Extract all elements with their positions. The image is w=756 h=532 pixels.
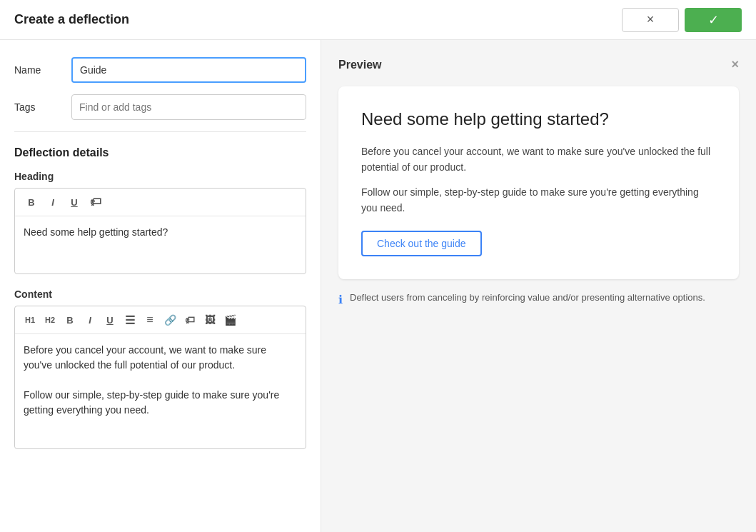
content-italic-button[interactable]: I bbox=[81, 311, 99, 329]
underline-icon: U bbox=[106, 315, 113, 326]
content-bold-button[interactable]: B bbox=[61, 311, 79, 329]
content-ul-button[interactable]: ☰ bbox=[121, 311, 139, 329]
checkmark-icon: ✓ bbox=[708, 12, 719, 28]
cancel-button[interactable]: × bbox=[622, 8, 679, 32]
close-icon: × bbox=[647, 12, 655, 27]
heading-editor-content[interactable]: Need some help getting started? bbox=[15, 216, 306, 273]
info-box: ℹ Deflect users from canceling by reinfo… bbox=[338, 291, 739, 308]
heading-bold-button[interactable]: B bbox=[22, 193, 41, 211]
heading-label: Heading bbox=[14, 171, 306, 182]
content-h1-button[interactable]: H1 bbox=[21, 311, 39, 329]
heading-underline-button[interactable]: U bbox=[65, 193, 84, 211]
content-editor: H1 H2 B I U ☰ ≡ bbox=[14, 306, 306, 449]
page-title: Create a deflection bbox=[14, 12, 622, 27]
tags-field-row: Tags bbox=[14, 94, 306, 120]
content-h2-button[interactable]: H2 bbox=[41, 311, 59, 329]
info-text: Deflect users from canceling by reinforc… bbox=[350, 291, 705, 305]
preview-header: Preview × bbox=[338, 57, 739, 72]
content-video-button[interactable]: 🎬 bbox=[221, 311, 239, 329]
name-input[interactable] bbox=[71, 57, 306, 83]
header-actions: × ✓ bbox=[622, 8, 742, 32]
italic-icon: I bbox=[51, 197, 54, 208]
section-title: Deflection details bbox=[14, 146, 306, 159]
video-icon: 🎬 bbox=[224, 314, 236, 326]
bold-icon: B bbox=[66, 315, 73, 326]
preview-title-text: Preview bbox=[338, 59, 381, 71]
main-layout: Name Tags Deflection details Heading B I… bbox=[0, 40, 756, 532]
bold-icon: B bbox=[28, 197, 34, 208]
heading-toolbar: B I U 🏷 bbox=[15, 189, 306, 216]
divider bbox=[14, 131, 306, 132]
italic-icon: I bbox=[89, 315, 91, 326]
content-underline-button[interactable]: U bbox=[101, 311, 119, 329]
info-icon: ℹ bbox=[338, 291, 343, 308]
name-label: Name bbox=[14, 64, 71, 76]
preview-card: Need some help getting started? Before y… bbox=[338, 86, 739, 279]
tags-label: Tags bbox=[14, 101, 71, 113]
tags-input[interactable] bbox=[71, 94, 306, 120]
heading-tag-button[interactable]: 🏷 bbox=[86, 193, 105, 211]
content-ol-button[interactable]: ≡ bbox=[141, 311, 159, 329]
unordered-list-icon: ☰ bbox=[125, 313, 135, 327]
preview-card-heading: Need some help getting started? bbox=[361, 109, 716, 129]
tag-icon: 🏷 bbox=[90, 196, 101, 209]
preview-close-button[interactable]: × bbox=[731, 57, 739, 72]
content-label: Content bbox=[14, 288, 306, 300]
left-panel: Name Tags Deflection details Heading B I… bbox=[0, 40, 321, 532]
content-image-button[interactable]: 🖼 bbox=[201, 311, 219, 329]
h2-icon: H2 bbox=[45, 316, 55, 324]
heading-italic-button[interactable]: I bbox=[44, 193, 62, 211]
h1-icon: H1 bbox=[25, 316, 35, 324]
check-out-guide-button[interactable]: Check out the guide bbox=[361, 231, 482, 256]
heading-editor: B I U 🏷 Need some help getting started? bbox=[14, 188, 306, 274]
preview-card-para1: Before you cancel your account, we want … bbox=[361, 144, 716, 176]
image-icon: 🖼 bbox=[205, 314, 215, 326]
content-link-button[interactable]: 🔗 bbox=[161, 311, 179, 329]
content-para-2: Follow our simple, step-by-step guide to… bbox=[24, 388, 297, 418]
tag-icon: 🏷 bbox=[185, 314, 195, 326]
content-toolbar: H1 H2 B I U ☰ ≡ bbox=[15, 306, 306, 334]
content-tag-button[interactable]: 🏷 bbox=[181, 311, 199, 329]
right-panel: Preview × Need some help getting started… bbox=[321, 40, 756, 532]
header: Create a deflection × ✓ bbox=[0, 0, 756, 40]
preview-card-para2: Follow our simple, step-by-step guide to… bbox=[361, 184, 716, 216]
confirm-button[interactable]: ✓ bbox=[685, 8, 742, 32]
content-editor-content[interactable]: Before you cancel your account, we want … bbox=[15, 334, 306, 448]
underline-icon: U bbox=[71, 197, 77, 208]
name-field-row: Name bbox=[14, 57, 306, 83]
content-para-1: Before you cancel your account, we want … bbox=[24, 343, 297, 373]
ordered-list-icon: ≡ bbox=[146, 313, 153, 326]
link-icon: 🔗 bbox=[164, 314, 176, 326]
